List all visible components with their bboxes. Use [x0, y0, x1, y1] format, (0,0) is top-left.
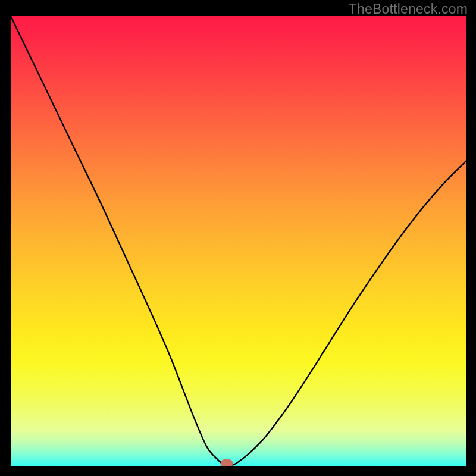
bottleneck-marker — [221, 459, 233, 466]
watermark-label: TheBottleneck.com — [349, 1, 468, 17]
bottleneck-curve — [11, 16, 466, 466]
chart-frame: TheBottleneck.com — [0, 0, 476, 476]
plot-area — [11, 16, 466, 466]
